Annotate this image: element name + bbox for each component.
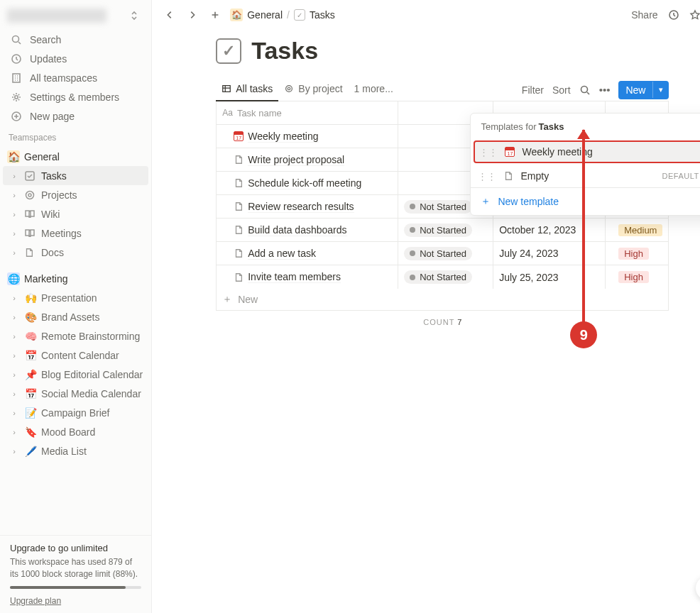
chevron-right-icon[interactable]: › — [9, 351, 20, 360]
sidebar-item-social-media-calendar[interactable]: › 📅 Social Media Calendar — [3, 384, 148, 403]
more-icon[interactable]: ••• — [599, 84, 611, 96]
sidebar-item-campaign-brief[interactable]: › 📝 Campaign Brief — [3, 403, 148, 422]
chevron-right-icon[interactable]: › — [9, 447, 20, 455]
cell-task-name[interactable]: Invite team members — [217, 265, 398, 289]
chevron-down-icon[interactable]: ▾ — [652, 82, 669, 98]
help-fab[interactable]: ? — [696, 576, 700, 600]
chevron-right-icon[interactable]: › — [9, 210, 20, 219]
cell-task-name[interactable]: Build data dashboards — [217, 219, 398, 241]
breadcrumb: 🏠 General / ✓ Tasks — [230, 9, 335, 21]
cell-due[interactable]: July 25, 2023 — [493, 265, 606, 289]
chevron-right-icon[interactable]: › — [9, 294, 20, 302]
sidebar-item-blog-editorial-calendar[interactable]: › 📌 Blog Editorial Calendar — [3, 365, 148, 384]
cell-task-name[interactable]: Add a new task — [217, 242, 398, 265]
star-icon[interactable] — [689, 9, 700, 21]
sidebar-item-presentation[interactable]: › 🙌 Presentation — [3, 288, 148, 307]
count-label: COUNT — [423, 318, 454, 326]
default-badge: DEFAULT — [662, 172, 699, 180]
drag-handle-icon[interactable]: ⋮⋮ — [479, 147, 498, 158]
new-template-button[interactable]: ＋ New template — [471, 187, 700, 215]
breadcrumb-general[interactable]: General — [247, 9, 283, 21]
cell-priority[interactable]: High — [606, 242, 668, 265]
cell-task-name[interactable]: 17 Weekly meeting — [217, 125, 398, 148]
cell-priority[interactable]: High — [606, 265, 668, 289]
chevron-right-icon[interactable]: › — [9, 229, 20, 238]
new-tab-button[interactable] — [207, 7, 223, 23]
drag-handle-icon[interactable]: ⋮⋮ — [478, 171, 496, 182]
sort-button[interactable]: Sort — [552, 84, 571, 96]
sidebar-search[interactable]: Search — [3, 30, 148, 49]
new-row-button[interactable]: ＋ New — [217, 289, 668, 310]
cell-status[interactable]: Not Started — [398, 242, 493, 265]
page-icon[interactable]: ✓ — [216, 38, 241, 64]
sidebar-all-teamspaces[interactable]: All teamspaces — [3, 68, 148, 87]
sidebar-item-mood-board[interactable]: › 🔖 Mood Board — [3, 422, 148, 441]
nav-forward-button[interactable] — [185, 7, 200, 23]
cell-due[interactable]: July 24, 2023 — [493, 242, 606, 265]
sidebar-item-brand-assets[interactable]: › 🎨 Brand Assets — [3, 307, 148, 326]
task-name-text: Review research results — [248, 201, 354, 213]
table-row[interactable]: Invite team members Not StartedJuly 25, … — [217, 265, 668, 289]
chevron-right-icon[interactable]: › — [9, 313, 20, 321]
sidebar-settings[interactable]: Settings & members — [3, 87, 148, 106]
task-name-text: Weekly meeting — [248, 131, 318, 143]
chevron-right-icon[interactable]: › — [9, 390, 20, 398]
column-header-name-label: Task name — [237, 108, 282, 118]
callout-number: 9 — [580, 327, 588, 343]
filter-button[interactable]: Filter — [522, 84, 544, 96]
sidebar-item-tasks[interactable]: › Tasks — [3, 166, 148, 185]
cell-due[interactable]: October 12, 2023 — [493, 219, 606, 241]
chevron-right-icon[interactable]: › — [9, 428, 20, 436]
chevron-right-icon[interactable]: › — [9, 172, 20, 180]
chevron-right-icon[interactable]: › — [9, 191, 20, 199]
svg-rect-9 — [223, 86, 231, 92]
upgrade-title: Upgrade to go unlimited — [10, 543, 141, 553]
breadcrumb-tasks[interactable]: Tasks — [310, 9, 335, 21]
sidebar-item-wiki[interactable]: › Wiki — [3, 204, 148, 223]
table-row[interactable]: Build data dashboards Not StartedOctober… — [217, 219, 668, 242]
chevron-right-icon[interactable]: › — [9, 332, 20, 341]
clock-icon — [10, 53, 23, 65]
chevron-right-icon[interactable]: › — [9, 370, 20, 379]
column-header-name[interactable]: Aa Task name — [217, 101, 398, 124]
sidebar-all-teamspaces-label: All teamspaces — [30, 72, 97, 84]
table-row[interactable]: Add a new task Not StartedJuly 24, 2023H… — [217, 242, 668, 265]
page-title[interactable]: Tasks — [251, 37, 318, 65]
cell-task-name[interactable]: Schedule kick-off meeting — [217, 172, 398, 194]
nav-back-button[interactable] — [162, 7, 177, 23]
tab-all-tasks[interactable]: All tasks — [216, 79, 278, 101]
cell-status[interactable]: Not Started — [398, 219, 493, 241]
cell-priority[interactable]: Medium — [606, 219, 668, 241]
sidebar-item-meetings[interactable]: › Meetings — [3, 223, 148, 243]
upgrade-plan-link[interactable]: Upgrade plan — [10, 596, 61, 606]
clock-icon[interactable] — [668, 9, 679, 21]
tab-more[interactable]: 1 more... — [349, 79, 399, 101]
chevron-updown-icon — [128, 10, 140, 21]
share-button[interactable]: Share — [631, 9, 657, 21]
chevron-right-icon[interactable]: › — [9, 409, 20, 417]
usage-bar-fill — [10, 586, 126, 589]
sidebar-item-docs[interactable]: › Docs — [3, 243, 148, 262]
new-button[interactable]: New ▾ — [618, 81, 669, 99]
chevron-right-icon[interactable]: › — [9, 248, 20, 257]
teamspace-marketing[interactable]: 🌐 Marketing — [3, 269, 148, 288]
cell-task-name[interactable]: Write project proposal — [217, 148, 398, 171]
sidebar-item-content-calendar[interactable]: › 📅 Content Calendar — [3, 346, 148, 365]
search-icon[interactable] — [579, 84, 591, 96]
table-icon — [222, 84, 231, 94]
teamspace-general[interactable]: 🏠 General — [3, 147, 148, 166]
workspace-switcher[interactable] — [0, 0, 151, 28]
topbar: 🏠 General / ✓ Tasks Share ••• — [152, 0, 700, 30]
sidebar-updates[interactable]: Updates — [3, 49, 148, 68]
sidebar-item-media-list[interactable]: › 🖊️ Media List — [3, 441, 148, 460]
page-icon — [234, 272, 244, 282]
svg-rect-2 — [13, 74, 20, 82]
sidebar-new-page[interactable]: New page — [3, 106, 148, 126]
template-item-weekly-meeting[interactable]: ⋮⋮ 17 Weekly meeting••• — [474, 140, 700, 163]
cell-task-name[interactable]: Review research results — [217, 195, 398, 218]
sidebar-item-projects[interactable]: › Projects — [3, 185, 148, 204]
tab-by-project[interactable]: By project — [278, 79, 348, 101]
sidebar-item-remote-brainstorming[interactable]: › 🧠 Remote Brainstorming — [3, 326, 148, 346]
template-item-empty[interactable]: ⋮⋮ EmptyDEFAULT••• — [471, 165, 700, 187]
cell-status[interactable]: Not Started — [398, 265, 493, 289]
